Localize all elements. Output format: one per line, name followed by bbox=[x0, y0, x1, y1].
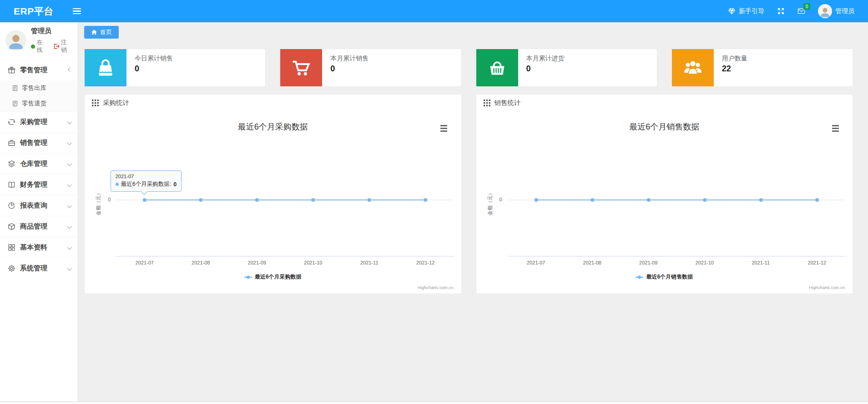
data-point[interactable] bbox=[759, 198, 762, 202]
sidebar-item-label: 报表查询 bbox=[20, 201, 47, 210]
chart-plot-area bbox=[483, 111, 846, 293]
legend-label: 最近6个月销售数据 bbox=[646, 273, 693, 281]
sidebar-item-label: 采购管理 bbox=[20, 118, 47, 126]
chart-context-menu-button[interactable] bbox=[438, 123, 450, 133]
data-point[interactable] bbox=[815, 198, 819, 202]
sales-stats-panel: 销售统计 最近6个月销售数据金额（元）02021-072021-082021-0… bbox=[476, 94, 853, 294]
sidebar-item-warehouse[interactable]: 仓库管理 bbox=[0, 153, 77, 174]
logout-button[interactable]: 注销 bbox=[53, 39, 72, 54]
sidebar-menu: 零售管理 零售出库 零售退货 采购管理 bbox=[0, 60, 77, 279]
panel-title: 销售统计 bbox=[495, 99, 521, 107]
sidebar-item-system[interactable]: 系统管理 bbox=[0, 258, 77, 279]
legend-marker-icon bbox=[244, 275, 252, 279]
sidebar-item-products[interactable]: 商品管理 bbox=[0, 216, 77, 237]
sidebar-toggle-icon[interactable] bbox=[73, 8, 81, 15]
highcharts-credits[interactable]: Highcharts.com.cn bbox=[809, 285, 845, 290]
tooltip-date: 2021-07 bbox=[116, 174, 177, 179]
x-axis-tick-label: 2021-07 bbox=[126, 260, 163, 265]
data-point[interactable] bbox=[703, 198, 707, 202]
layers-icon bbox=[8, 160, 15, 168]
gear-icon bbox=[8, 264, 15, 272]
data-point[interactable] bbox=[590, 198, 594, 202]
chart-plot-area bbox=[91, 111, 454, 293]
data-point[interactable] bbox=[311, 198, 315, 202]
tooltip-value: 0 bbox=[173, 181, 177, 188]
chevron-left-icon bbox=[67, 120, 72, 125]
chart-panels-row: 采购统计 最近6个月采购数据金额（元）02021-072021-082021-0… bbox=[84, 94, 853, 294]
exchange-icon bbox=[8, 118, 15, 126]
book-icon bbox=[8, 181, 15, 189]
sidebar: 管理员 在线 注销 零售管理 bbox=[0, 22, 77, 404]
x-axis-tick-label: 2021-07 bbox=[518, 260, 554, 265]
sidebar-item-label: 仓库管理 bbox=[20, 160, 47, 168]
sidebar-item-label: 零售管理 bbox=[20, 66, 47, 75]
data-point[interactable] bbox=[424, 198, 427, 202]
sidebar-item-purchase[interactable]: 采购管理 bbox=[0, 111, 77, 132]
x-axis-tick-label: 2021-12 bbox=[407, 260, 444, 265]
data-point[interactable] bbox=[143, 198, 146, 202]
stat-label: 本月累计销售 bbox=[330, 55, 368, 63]
chart-context-menu-button[interactable] bbox=[829, 123, 841, 133]
legend-item[interactable]: 最近6个月采购数据 bbox=[91, 273, 454, 281]
guide-button[interactable]: 新手引导 bbox=[728, 7, 764, 15]
stat-label: 用户数量 bbox=[722, 55, 747, 63]
sidebar-item-sales[interactable]: 销售管理 bbox=[0, 132, 77, 153]
sidebar-user-box: 管理员 在线 注销 bbox=[0, 22, 77, 58]
x-axis-tick-label: 2021-09 bbox=[630, 260, 666, 265]
sidebar-item-basic-data[interactable]: 基本资料 bbox=[0, 237, 77, 258]
tab-home[interactable]: 首页 bbox=[84, 26, 119, 39]
stat-value: 0 bbox=[135, 64, 173, 74]
package-icon bbox=[8, 223, 15, 230]
chevron-down-icon bbox=[68, 67, 72, 72]
data-point[interactable] bbox=[646, 198, 650, 202]
tab-home-label: 首页 bbox=[100, 28, 112, 36]
logout-label: 注销 bbox=[61, 39, 72, 54]
sidebar-subitem-label: 零售出库 bbox=[22, 84, 46, 92]
topbar-username: 管理员 bbox=[835, 7, 854, 15]
guide-label: 新手引导 bbox=[739, 7, 764, 15]
sidebar-item-label: 系统管理 bbox=[20, 264, 47, 273]
user-menu[interactable]: 管理员 bbox=[818, 4, 854, 18]
tooltip-row: 最近6个月采购数据: 0 bbox=[116, 180, 177, 188]
sidebar-item-finance[interactable]: 财务管理 bbox=[0, 174, 77, 195]
avatar bbox=[818, 4, 832, 18]
messages-button[interactable]: 0 bbox=[797, 7, 805, 15]
stat-value: 0 bbox=[526, 64, 565, 74]
grid-dots-icon bbox=[92, 100, 99, 106]
online-dot bbox=[31, 45, 35, 49]
sales-chart: 最近6个月销售数据金额（元）02021-072021-082021-092021… bbox=[483, 111, 846, 293]
sidebar-item-label: 销售管理 bbox=[20, 139, 47, 147]
sidebar-item-retail[interactable]: 零售管理 bbox=[0, 60, 77, 80]
fullscreen-button[interactable] bbox=[777, 7, 785, 15]
legend-item[interactable]: 最近6个月销售数据 bbox=[483, 273, 846, 281]
chevron-left-icon bbox=[67, 204, 72, 208]
data-point[interactable] bbox=[255, 198, 259, 202]
sidebar-item-reports[interactable]: 报表查询 bbox=[0, 195, 77, 216]
x-axis-tick-label: 2021-11 bbox=[742, 260, 779, 265]
users-icon bbox=[672, 49, 714, 86]
stat-card-month-sales: 本月累计销售 0 bbox=[280, 49, 461, 87]
x-axis-tick-label: 2021-10 bbox=[295, 260, 331, 265]
stat-card-user-count: 用户数量 22 bbox=[671, 49, 853, 87]
data-point[interactable] bbox=[368, 198, 371, 202]
avatar bbox=[5, 30, 26, 51]
x-axis-tick-label: 2021-11 bbox=[351, 260, 388, 265]
fullscreen-icon bbox=[777, 7, 785, 15]
stat-value: 0 bbox=[330, 64, 368, 74]
highcharts-credits[interactable]: Highcharts.com.cn bbox=[418, 285, 454, 290]
x-axis-tick-label: 2021-08 bbox=[574, 260, 611, 265]
legend-label: 最近6个月采购数据 bbox=[255, 273, 302, 281]
chevron-left-icon bbox=[67, 183, 72, 187]
sidebar-item-retail-return[interactable]: 零售退货 bbox=[0, 96, 77, 111]
sidebar-item-label: 财务管理 bbox=[20, 180, 47, 189]
sidebar-item-retail-outbound[interactable]: 零售出库 bbox=[0, 80, 77, 96]
data-point[interactable] bbox=[534, 198, 538, 202]
stat-label: 今日累计销售 bbox=[135, 55, 173, 63]
gift-icon bbox=[8, 66, 15, 74]
data-point[interactable] bbox=[199, 198, 202, 202]
app-logo[interactable]: ERP平台 bbox=[0, 5, 54, 18]
grid-dots-icon bbox=[484, 100, 490, 106]
mail-badge: 0 bbox=[803, 3, 810, 10]
gem-icon bbox=[728, 7, 736, 15]
retail-submenu: 零售出库 零售退货 bbox=[0, 80, 77, 111]
